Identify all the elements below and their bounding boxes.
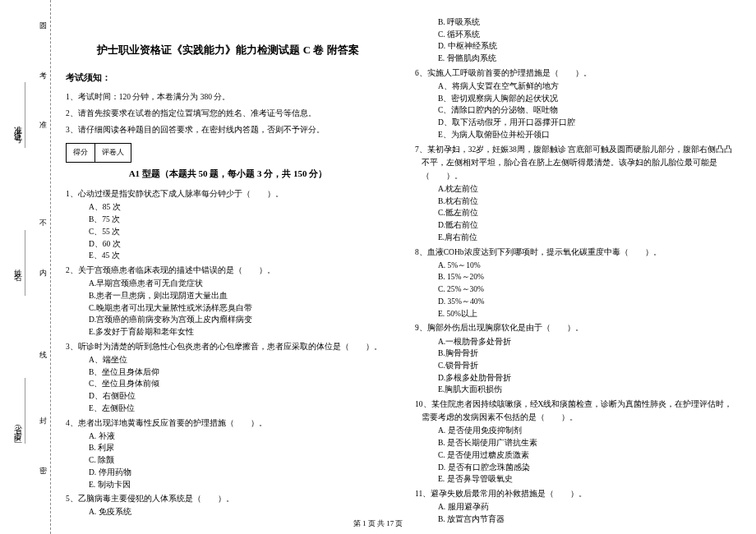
instruction-3: 3、请仔细阅读各种题目的回答要求，在密封线内答题，否则不予评分。 (66, 123, 390, 136)
name-label: 姓名 (12, 263, 23, 269)
q6-opt-a: A、将病人安置在空气新鲜的地方 (415, 81, 740, 93)
exam-id-label: 准考证号 (12, 119, 23, 132)
q4-opt-b: B. 利尿 (66, 442, 390, 454)
q5-opt-a: A. 免疫系统 (66, 506, 390, 518)
exam-title: 护士职业资格证《实践能力》能力检测试题 C 卷 附答案 (66, 41, 390, 59)
score-cell-2: 评卷人 (94, 143, 131, 162)
question-4: 4、患者出现洋地黄毒性反应首要的护理措施（ ）。 (66, 417, 390, 430)
region-label: 省（市区） (12, 419, 23, 435)
q6-opt-c: C、清除口腔内的分泌物、呕吐物 (415, 104, 740, 117)
q2-opt-d: D.宫颈癌的癌前病变称为宫颈上皮内瘤样病变 (66, 314, 390, 326)
q9-opt-d: D.多根多处肋骨骨折 (415, 372, 740, 384)
name-line (25, 230, 25, 296)
q4-opt-c: C. 除颤 (66, 454, 390, 467)
q3-opt-c: C、坐位且身体前倾 (66, 378, 390, 390)
exam-id-line (25, 82, 25, 148)
notice-heading: 考试须知： (66, 71, 390, 85)
q9-opt-a: A.一根肋骨多处骨折 (415, 336, 740, 348)
q10-opt-b: B. 是否长期使用广谱抗生素 (415, 437, 740, 449)
question-3: 3、听诊时为清楚的听到急性心包炎患者的心包摩擦音，患者应采取的体位是（ ）。 (66, 340, 390, 353)
q1-opt-b: B、75 次 (66, 214, 390, 226)
q10-opt-d: D. 是否有口腔念珠菌感染 (415, 462, 740, 474)
q5-opt-c: C. 循环系统 (415, 29, 740, 41)
question-5: 5、乙脑病毒主要侵犯的人体系统是（ ）。 (66, 492, 390, 505)
q3-opt-d: D、右侧卧位 (66, 390, 390, 403)
section-a1-heading: A1 型题（本题共 50 题，每小题 3 分，共 150 分） (66, 166, 390, 182)
page-footer: 第 1 页 共 17 页 (0, 518, 756, 529)
q1-opt-a: A、85 次 (66, 201, 390, 214)
q2-opt-e: E.多发好于育龄期和老年女性 (66, 326, 390, 338)
q10-opt-a: A. 是否使用免疫抑制剂 (415, 425, 740, 437)
q8-opt-c: C. 25%～30% (415, 283, 740, 296)
column-left: 护士职业资格证《实践能力》能力检测试题 C 卷 附答案 考试须知： 1、考试时间… (66, 16, 390, 509)
question-2: 2、关于宫颈癌患者临床表现的描述中错误的是（ ）。 (66, 264, 390, 277)
question-10: 10、某住院患者因持续咳嗽痰，经X线和痰菌检查，诊断为真菌性肺炎，在护理评估时，… (415, 398, 740, 424)
q7-opt-a: A.枕左前位 (415, 183, 740, 196)
question-9: 9、胸部外伤后出现胸廓软化是由于（ ）。 (415, 321, 740, 334)
binding-margin: 圆 考 准 不 内 线 封 密 准考证号 姓名 省（市区） (0, 0, 51, 534)
score-table: 得分 评卷人 (66, 143, 390, 162)
q8-opt-d: D. 35%～40% (415, 296, 740, 308)
q11-opt-a: A. 服用避孕药 (415, 501, 740, 513)
q6-opt-b: B、密切观察病人胸部的起伏状况 (415, 93, 740, 105)
q3-opt-a: A、端坐位 (66, 354, 390, 366)
instruction-2: 2、请首先按要求在试卷的指定位置填写您的姓名、准考证号等信息。 (66, 107, 390, 120)
q10-opt-c: C. 是否使用过糖皮质激素 (415, 449, 740, 462)
q1-opt-e: E、45 次 (66, 250, 390, 262)
q9-opt-e: E.胸肌大面积损伤 (415, 384, 740, 396)
page-body: 护士职业资格证《实践能力》能力检测试题 C 卷 附答案 考试须知： 1、考试时间… (66, 16, 740, 509)
q8-opt-e: E. 50%以上 (415, 308, 740, 320)
instruction-1: 1、考试时间：120 分钟，本卷满分为 380 分。 (66, 90, 390, 104)
q9-opt-b: B.胸骨骨折 (415, 348, 740, 360)
q4-opt-a: A. 补液 (66, 430, 390, 443)
q3-opt-b: B、坐位且身体后仰 (66, 366, 390, 379)
q3-opt-e: E、左侧卧位 (66, 403, 390, 415)
question-7: 7、某初孕妇，32岁，妊娠38周，腹部触诊 宫底部可触及圆而硬胎儿部分，腹部右侧… (415, 143, 740, 182)
q6-opt-d: D、取下活动假牙，用开口器撑开口腔 (415, 117, 740, 129)
q5-opt-b: B. 呼吸系统 (415, 16, 740, 29)
question-11: 11、避孕失败后最常用的补救措施是（ ）。 (415, 487, 740, 500)
question-1: 1、心动过缓是指安静状态下成人脉率每分钟少于（ ）。 (66, 187, 390, 200)
region-line (25, 378, 25, 444)
q1-opt-d: D、60 次 (66, 238, 390, 251)
q8-opt-b: B. 15%～20% (415, 271, 740, 283)
question-6: 6、实施人工呼吸前首要的护理措施是（ ）。 (415, 67, 740, 80)
q7-opt-e: E.肩右前位 (415, 232, 740, 244)
q7-opt-d: D.骶右前位 (415, 219, 740, 232)
q7-opt-b: B.枕右前位 (415, 196, 740, 208)
q10-opt-e: E. 是否鼻导管吸氧史 (415, 473, 740, 486)
q9-opt-c: C.锁骨骨折 (415, 360, 740, 372)
q7-opt-c: C.骶左前位 (415, 207, 740, 219)
q4-opt-e: E. 制动卡因 (66, 479, 390, 491)
q8-opt-a: A. 5%～10% (415, 260, 740, 272)
score-cell-1: 得分 (66, 143, 95, 162)
q5-opt-d: D. 中枢神经系统 (415, 40, 740, 53)
q2-opt-c: C.晚期患者可出现大量脓性或米汤样恶臭白带 (66, 302, 390, 315)
q2-opt-b: B.患者一旦患病，则出现阴道大量出血 (66, 290, 390, 302)
column-right: B. 呼吸系统 C. 循环系统 D. 中枢神经系统 E. 骨骼肌肉系统 6、实施… (415, 16, 740, 509)
q2-opt-a: A.早期宫颈癌患者可无自觉症状 (66, 278, 390, 290)
question-8: 8、血液COHb浓度达到下列哪项时，提示氧化碳重度中毒（ ）。 (415, 246, 740, 259)
q5-opt-e: E. 骨骼肌肉系统 (415, 53, 740, 65)
q6-opt-e: E、为病人取俯卧位并松开领口 (415, 129, 740, 141)
q4-opt-d: D. 停用药物 (66, 467, 390, 479)
q1-opt-c: C、55 次 (66, 226, 390, 238)
